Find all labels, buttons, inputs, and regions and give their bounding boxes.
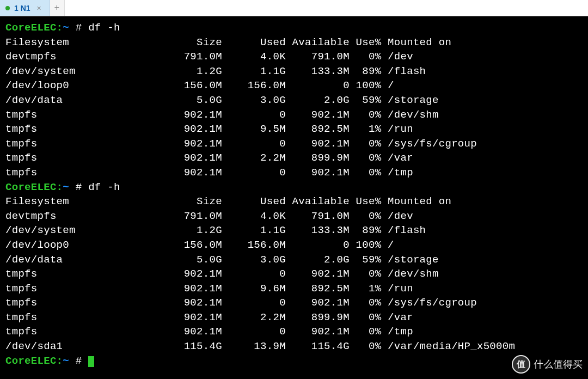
- prompt-host: CoreELEC:: [5, 355, 63, 367]
- df-row: devtmpfs 791.0M 4.0K 791.0M 0% /dev: [5, 210, 413, 222]
- prompt-path: ~: [63, 181, 69, 193]
- df-row: /dev/system 1.2G 1.1G 133.3M 89% /flash: [5, 224, 426, 236]
- df-row: tmpfs 902.1M 0 902.1M 0% /dev/shm: [5, 109, 439, 121]
- df-row: tmpfs 902.1M 9.6M 892.5M 1% /run: [5, 283, 413, 295]
- terminal-output[interactable]: CoreELEC:~ # df -h Filesystem Size Used …: [0, 16, 588, 368]
- df-row: devtmpfs 791.0M 4.0K 791.0M 0% /dev: [5, 51, 413, 63]
- prompt-host: CoreELEC:: [5, 181, 63, 193]
- prompt-hash: #: [76, 181, 82, 193]
- df-row: tmpfs 902.1M 0 902.1M 0% /tmp: [5, 167, 413, 179]
- tab-bar: 1 N1 × +: [0, 0, 588, 16]
- df-row: tmpfs 902.1M 2.2M 899.9M 0% /var: [5, 311, 413, 323]
- prompt-host: CoreELEC:: [5, 22, 63, 34]
- prompt-hash: #: [76, 355, 82, 367]
- prompt-path: ~: [63, 355, 69, 367]
- prompt-hash: #: [76, 22, 82, 34]
- df-row: tmpfs 902.1M 0 902.1M 0% /sys/fs/cgroup: [5, 297, 477, 309]
- df-row: tmpfs 902.1M 0 902.1M 0% /dev/shm: [5, 268, 439, 280]
- df-row: /dev/data 5.0G 3.0G 2.0G 59% /storage: [5, 94, 439, 106]
- df-header: Filesystem Size Used Available Use% Moun…: [5, 195, 451, 207]
- terminal-tab[interactable]: 1 N1 ×: [0, 0, 50, 16]
- add-tab-button[interactable]: +: [50, 0, 65, 16]
- close-icon[interactable]: ×: [35, 4, 44, 13]
- command-text: df -h: [88, 181, 120, 193]
- tab-label: 1 N1: [14, 4, 30, 13]
- df-row: /dev/loop0 156.0M 156.0M 0 100% /: [5, 80, 394, 91]
- plus-icon: +: [54, 3, 59, 13]
- prompt-path: ~: [63, 22, 69, 34]
- df-row: tmpfs 902.1M 9.5M 892.5M 1% /run: [5, 123, 413, 135]
- df-row: /dev/sda1 115.4G 13.9M 115.4G 0% /var/me…: [5, 340, 515, 352]
- df-row: /dev/loop0 156.0M 156.0M 0 100% /: [5, 239, 394, 251]
- df-row: tmpfs 902.1M 2.2M 899.9M 0% /var: [5, 152, 413, 164]
- cursor: [88, 356, 94, 367]
- connection-status-icon: [5, 6, 10, 10]
- df-row: tmpfs 902.1M 0 902.1M 0% /tmp: [5, 326, 413, 338]
- command-text: df -h: [88, 22, 120, 34]
- df-row: /dev/system 1.2G 1.1G 133.3M 89% /flash: [5, 65, 426, 77]
- df-header: Filesystem Size Used Available Use% Moun…: [5, 36, 451, 48]
- df-row: tmpfs 902.1M 0 902.1M 0% /sys/fs/cgroup: [5, 138, 477, 150]
- df-row: /dev/data 5.0G 3.0G 2.0G 59% /storage: [5, 254, 439, 266]
